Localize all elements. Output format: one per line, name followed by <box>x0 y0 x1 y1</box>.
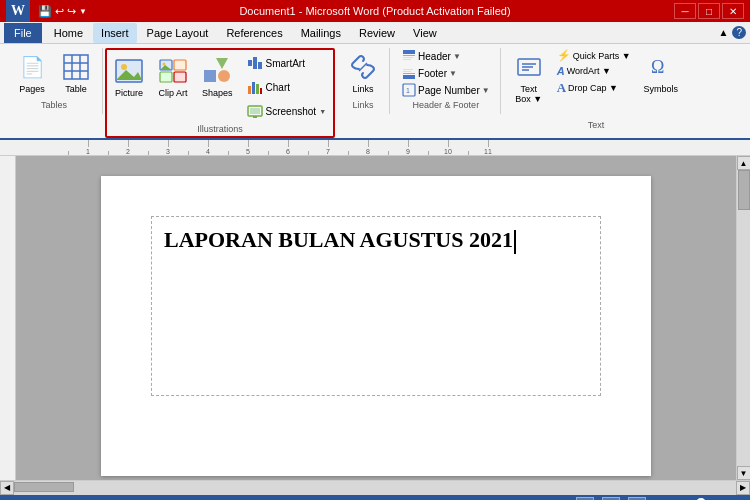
svg-rect-13 <box>174 72 186 82</box>
quick-parts-icon: ⚡ <box>557 49 571 62</box>
svg-marker-16 <box>216 58 228 69</box>
view-menu[interactable]: View <box>405 23 445 43</box>
dropdown-icon[interactable]: ▼ <box>79 7 87 16</box>
svg-rect-17 <box>248 60 252 66</box>
review-menu[interactable]: Review <box>351 23 403 43</box>
chart-button[interactable]: Chart <box>242 76 332 98</box>
dropcap-button[interactable]: A Drop Cap ▼ <box>553 79 635 97</box>
page-number-button[interactable]: 1 Page Number ▼ <box>398 82 494 98</box>
vertical-ruler <box>0 156 16 480</box>
pages-button[interactable]: 📄 Pages <box>12 48 52 98</box>
svg-rect-12 <box>160 72 172 82</box>
svg-text:1: 1 <box>406 87 410 94</box>
svg-rect-11 <box>174 60 186 70</box>
svg-rect-28 <box>403 50 415 54</box>
svg-rect-31 <box>403 59 411 60</box>
svg-point-15 <box>218 70 230 82</box>
symbols-icon: Ω <box>646 52 676 82</box>
textbox-button[interactable]: TextBox ▼ <box>509 48 549 118</box>
svg-rect-22 <box>256 84 259 94</box>
scroll-up-button[interactable]: ▲ <box>737 156 751 170</box>
vertical-scrollbar[interactable]: ▲ ▼ <box>736 156 750 480</box>
home-menu[interactable]: Home <box>46 23 91 43</box>
footer-button[interactable]: Footer ▼ <box>398 65 494 81</box>
clipart-icon <box>158 56 188 86</box>
ribbon: 📄 Pages Table Tables <box>0 44 750 140</box>
menu-bar: File Home Insert Page Layout References … <box>0 22 750 44</box>
svg-rect-26 <box>253 116 257 118</box>
smartart-button[interactable]: SmartArt <box>242 52 332 74</box>
screenshot-button[interactable]: Screenshot ▼ <box>242 100 332 122</box>
document-title: LAPORAN BULAN AGUSTUS 2021 <box>164 227 588 254</box>
undo-icon[interactable]: ↩ <box>55 5 64 18</box>
ribbon-group-links: Links Links <box>337 48 390 114</box>
scroll-left-button[interactable]: ◀ <box>0 481 14 495</box>
symbols-button[interactable]: Ω Symbols <box>639 48 684 118</box>
references-menu[interactable]: References <box>218 23 290 43</box>
wordart-icon: A <box>557 65 565 77</box>
shapes-button[interactable]: Shapes <box>197 52 238 122</box>
chart-icon <box>247 79 263 95</box>
scroll-right-button[interactable]: ▶ <box>736 481 750 495</box>
main-area: LAPORAN BULAN AGUSTUS 2021 ▲ ▼ <box>0 156 750 480</box>
page-layout-menu[interactable]: Page Layout <box>139 23 217 43</box>
svg-rect-34 <box>403 69 413 70</box>
clipart-button[interactable]: Clip Art <box>153 52 193 122</box>
links-button[interactable]: Links <box>343 48 383 98</box>
header-icon <box>402 49 416 63</box>
help-icon[interactable]: ? <box>732 26 746 39</box>
ribbon-group-illustrations: Picture Clip Art <box>105 48 335 138</box>
wordart-button[interactable]: A WordArt ▼ <box>553 64 635 78</box>
horizontal-ruler: 1 2 3 4 5 6 7 8 9 10 11 <box>0 140 750 156</box>
shapes-icon <box>202 56 232 86</box>
quick-parts-button[interactable]: ⚡ Quick Parts ▼ <box>553 48 635 63</box>
page-number-icon: 1 <box>402 83 416 97</box>
screenshot-icon <box>247 103 263 119</box>
screenshot-dropdown-icon: ▼ <box>319 108 326 115</box>
redo-icon[interactable]: ↪ <box>67 5 76 18</box>
page-number-dropdown-icon: ▼ <box>482 86 490 95</box>
pages-icon: 📄 <box>17 52 47 82</box>
close-button[interactable]: ✕ <box>722 3 744 19</box>
svg-line-27 <box>359 63 367 71</box>
footer-icon <box>402 66 416 80</box>
text-area[interactable]: LAPORAN BULAN AGUSTUS 2021 <box>151 216 601 396</box>
links-icon <box>348 52 378 82</box>
scroll-track[interactable] <box>737 170 751 466</box>
scroll-down-button[interactable]: ▼ <box>737 466 751 480</box>
header-button[interactable]: Header ▼ <box>398 48 494 64</box>
svg-rect-20 <box>248 86 251 94</box>
collapse-ribbon-icon[interactable]: ▲ <box>719 27 729 38</box>
svg-rect-0 <box>64 55 88 79</box>
horizontal-thumb[interactable] <box>14 482 74 492</box>
svg-rect-32 <box>403 75 415 79</box>
svg-rect-30 <box>403 57 413 58</box>
svg-rect-19 <box>258 62 262 69</box>
textbox-icon <box>514 52 544 82</box>
maximize-button[interactable]: □ <box>698 3 720 19</box>
document-area[interactable]: LAPORAN BULAN AGUSTUS 2021 <box>16 156 736 480</box>
svg-rect-25 <box>250 108 260 114</box>
minimize-button[interactable]: ─ <box>674 3 696 19</box>
status-bar: Page: 1 of 1 Words: 4 ✓ Indonesian ▤ 📖 🌐… <box>0 494 750 500</box>
word-logo: W <box>6 0 30 22</box>
picture-button[interactable]: Picture <box>109 52 149 122</box>
mailings-menu[interactable]: Mailings <box>293 23 349 43</box>
horizontal-track[interactable] <box>14 481 736 495</box>
save-icon[interactable]: 💾 <box>38 5 52 18</box>
file-menu[interactable]: File <box>4 23 42 43</box>
page: LAPORAN BULAN AGUSTUS 2021 <box>101 176 651 476</box>
svg-text:Ω: Ω <box>651 57 664 77</box>
smartart-icon <box>247 55 263 71</box>
svg-rect-23 <box>260 88 262 94</box>
insert-menu[interactable]: Insert <box>93 23 137 43</box>
table-button[interactable]: Table <box>56 48 96 98</box>
dropcap-icon: A <box>557 80 566 96</box>
ribbon-group-header-footer: Header ▼ Footer ▼ 1 <box>392 48 501 114</box>
ribbon-group-text: TextBox ▼ ⚡ Quick Parts ▼ A WordArt ▼ A … <box>503 48 689 134</box>
picture-icon <box>114 56 144 86</box>
text-cursor <box>514 230 516 254</box>
ribbon-group-tables: 📄 Pages Table Tables <box>6 48 103 114</box>
horizontal-scrollbar-area: ◀ ▶ <box>0 480 750 494</box>
scroll-thumb[interactable] <box>738 170 750 210</box>
